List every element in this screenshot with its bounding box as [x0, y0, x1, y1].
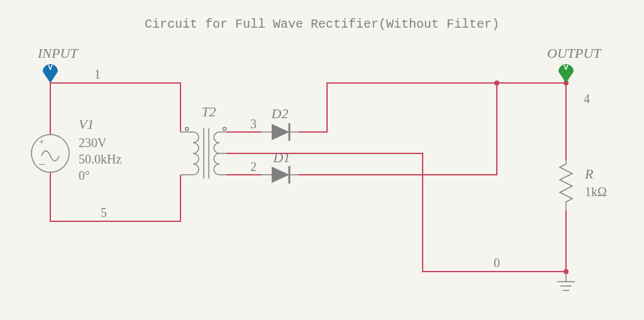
net-3: 3 [250, 117, 257, 131]
diode-d2 [261, 123, 299, 141]
probe-input-letter: V [48, 63, 53, 71]
source-v1: + – [31, 135, 69, 172]
svg-point-0 [31, 135, 69, 172]
diode-d1 [261, 166, 299, 184]
svg-text:–: – [38, 157, 45, 170]
ground-symbol [557, 272, 575, 290]
probe-output[interactable]: V [558, 63, 574, 83]
net-5: 5 [101, 206, 107, 219]
wire-n4-top [299, 83, 566, 132]
v1-voltage: 230V [79, 136, 107, 150]
wire-n4-mid [299, 83, 497, 175]
label-input: INPUT [37, 45, 79, 61]
net-0: 0 [494, 256, 500, 270]
net-2: 2 [250, 160, 257, 174]
net-1: 1 [94, 67, 101, 81]
v1-freq: 50.0kHz [79, 152, 121, 166]
svg-text:+: + [39, 136, 44, 146]
diagram-title: Circuit for Full Wave Rectifier(Without … [145, 17, 499, 31]
node-n4-junction [494, 80, 499, 86]
net-4: 4 [584, 92, 590, 106]
svg-point-11 [223, 128, 226, 131]
t2-name: T2 [201, 104, 216, 119]
label-output: OUTPUT [547, 45, 602, 61]
probe-input[interactable]: V [43, 63, 58, 83]
transformer-t2 [180, 128, 226, 179]
v1-phase: 0° [79, 168, 90, 182]
wire-n5 [50, 172, 180, 221]
wire-n1 [50, 83, 180, 135]
d1-name: D1 [273, 150, 291, 165]
d2-name: D2 [271, 106, 289, 121]
v1-name: V1 [79, 116, 94, 132]
probe-output-letter: V [564, 63, 569, 71]
svg-marker-13 [272, 124, 289, 140]
svg-marker-17 [272, 167, 289, 183]
svg-point-10 [186, 128, 189, 131]
r-value: 1kΩ [585, 185, 607, 199]
resistor-r [560, 160, 572, 211]
schematic-canvas: Circuit for Full Wave Rectifier(Without … [0, 0, 644, 320]
r-name: R [584, 166, 594, 182]
